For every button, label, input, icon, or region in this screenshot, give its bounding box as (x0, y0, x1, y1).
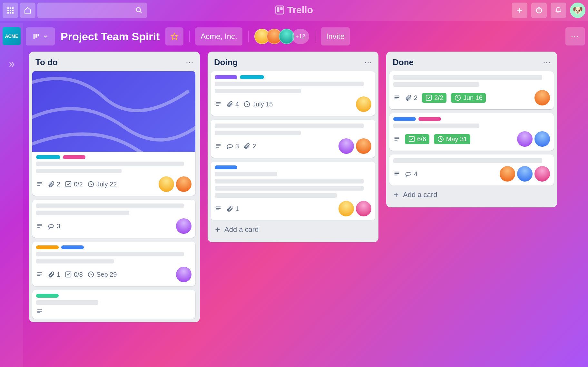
member-avatar (338, 201, 354, 216)
due-date-badge: Sep 29 (87, 271, 117, 278)
member-avatar (338, 138, 354, 154)
card[interactable]: 4 (389, 154, 554, 185)
workspace-badge[interactable]: ACME (3, 27, 21, 45)
search-input[interactable] (37, 3, 147, 18)
info-button[interactable] (531, 3, 547, 18)
attachments-badge: 4 (226, 101, 239, 108)
board-view-switcher[interactable] (26, 27, 55, 45)
card-text-placeholder (36, 300, 98, 305)
attachment-icon (48, 271, 55, 278)
board-title[interactable]: Project Team Spirit (58, 30, 162, 43)
description-icon (36, 181, 43, 188)
clock-icon (243, 101, 250, 108)
list-cards: 22/2Jun 166/6May 314 (389, 71, 554, 185)
card-members (534, 90, 550, 105)
description-icon (36, 223, 43, 230)
comment-icon (226, 143, 233, 150)
svg-point-18 (539, 9, 539, 9)
label (215, 75, 237, 79)
list-cards: 20/2July 22310/8Sep 29 (32, 71, 197, 319)
card-text-placeholder (215, 89, 301, 93)
card-text-placeholder (393, 82, 479, 87)
list-menu-button[interactable]: ⋯ (543, 58, 551, 67)
extra-members-count[interactable]: +12 (292, 29, 309, 44)
separator (315, 31, 315, 42)
svg-rect-34 (66, 272, 71, 277)
svg-rect-1 (10, 7, 11, 9)
svg-rect-21 (38, 34, 39, 36)
card-members (176, 218, 191, 234)
card[interactable]: 6/6May 31 (389, 113, 554, 151)
card-text-placeholder (215, 124, 364, 128)
card[interactable]: 1 (211, 162, 375, 220)
svg-rect-8 (12, 12, 14, 14)
card[interactable]: 4July 15 (211, 71, 375, 116)
member-avatar (500, 166, 515, 182)
card[interactable] (32, 290, 195, 319)
plus-icon (214, 226, 221, 233)
list-menu-button[interactable]: ⋯ (364, 58, 372, 67)
notifications-button[interactable] (551, 3, 566, 18)
create-button[interactable] (512, 3, 527, 18)
separator (248, 31, 249, 42)
apps-button[interactable] (3, 3, 18, 18)
member-avatar (356, 96, 371, 112)
card-footer: 32 (215, 138, 371, 154)
card-footer: 1 (215, 201, 371, 216)
svg-rect-20 (35, 34, 37, 38)
label (215, 165, 237, 169)
comment-icon (48, 223, 55, 230)
card-labels (393, 117, 550, 121)
clock-icon (87, 181, 94, 188)
comments-badge: 3 (48, 223, 60, 230)
svg-rect-12 (277, 7, 279, 12)
card-members (159, 176, 191, 192)
card[interactable]: 22/2Jun 16 (389, 71, 554, 109)
card[interactable]: 3 (32, 200, 195, 238)
member-avatar (534, 166, 550, 182)
label (36, 155, 60, 159)
user-avatar[interactable]: 🐶 (570, 3, 585, 18)
card-text-placeholder (215, 186, 364, 191)
card-text-placeholder (36, 252, 184, 256)
left-rail: ACME (0, 23, 23, 367)
card-text-placeholder (36, 162, 184, 166)
card-labels (36, 294, 191, 298)
add-card-button[interactable]: Add a card (211, 220, 375, 239)
card[interactable]: 20/2July 22 (32, 71, 195, 196)
expand-sidebar-button[interactable] (8, 61, 15, 70)
board-members[interactable]: +12 (254, 29, 309, 44)
card-members (500, 166, 550, 182)
member-avatar (517, 166, 533, 182)
chevron-down-icon (43, 34, 48, 39)
label (36, 294, 59, 298)
plus-icon (393, 191, 400, 198)
add-card-button[interactable]: Add a card (389, 185, 554, 204)
card-labels (36, 155, 191, 159)
card[interactable]: 10/8Sep 29 (32, 242, 195, 286)
attachments-badge: 1 (226, 205, 239, 213)
card-text-placeholder (36, 211, 129, 215)
card-footer: 10/8Sep 29 (36, 267, 191, 282)
board-menu-button[interactable]: ⋯ (565, 27, 585, 45)
member-avatar (176, 267, 191, 282)
card-text-placeholder (36, 169, 122, 173)
home-button[interactable] (20, 3, 35, 18)
star-board-button[interactable] (165, 27, 183, 45)
card-footer: 20/2July 22 (36, 176, 191, 192)
card[interactable]: 32 (211, 120, 375, 158)
team-name-button[interactable]: Acme, Inc. (195, 27, 242, 45)
invite-button[interactable]: Invite (321, 27, 350, 45)
list-title[interactable]: Done (393, 57, 414, 67)
checklist-icon (425, 94, 432, 101)
svg-marker-22 (171, 33, 178, 40)
description-icon (215, 205, 222, 212)
list-header: Done⋯ (389, 55, 554, 71)
chevron-double-right-icon (8, 61, 15, 68)
list-menu-button[interactable]: ⋯ (186, 58, 193, 67)
card-text-placeholder (393, 75, 542, 80)
list-title[interactable]: To do (35, 57, 58, 67)
list-title[interactable]: Doing (214, 57, 238, 67)
list: Done⋯22/2Jun 166/6May 314Add a card (386, 52, 557, 207)
member-avatar (176, 176, 191, 192)
